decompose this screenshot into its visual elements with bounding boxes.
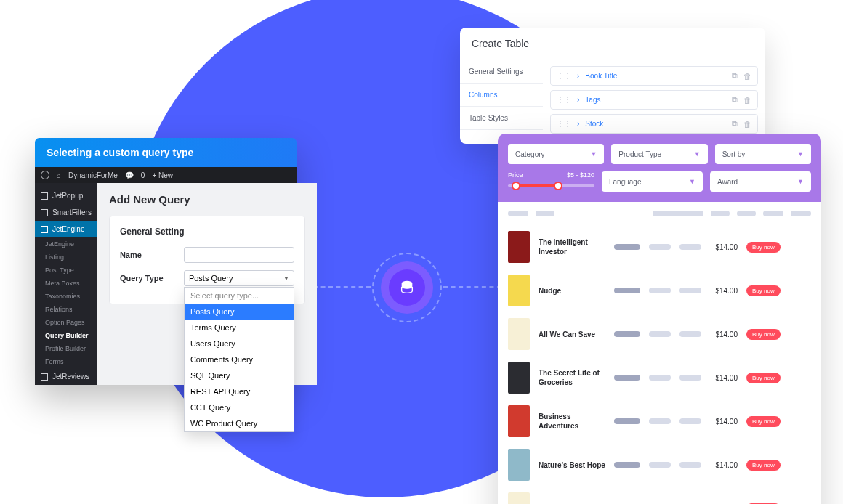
panel-banner: Selecting a custom query type (35, 138, 297, 167)
book-cover (508, 275, 530, 306)
copy-icon[interactable]: ⧉ (732, 95, 738, 105)
dropdown-option[interactable]: WC Product Query (185, 415, 294, 431)
sidebar-subitem[interactable]: Query Builder (35, 329, 97, 342)
book-title: The Secret Life of Groceries (539, 368, 605, 387)
book-cover (508, 231, 530, 263)
copy-icon[interactable]: ⧉ (732, 119, 738, 129)
filters-bar: Category▼ Product Type▼ Sort by▼ Price$5… (498, 134, 821, 202)
cell-placeholder (614, 418, 640, 424)
sidebar-subitem[interactable]: Taxonomies (35, 290, 97, 303)
sidebar-subitem[interactable]: Profile Builder (35, 342, 97, 355)
slider-handle-max[interactable] (554, 182, 562, 190)
sidebar-subitem[interactable]: Post Type (35, 264, 97, 277)
wordpress-logo-icon[interactable] (41, 171, 49, 179)
book-cover (508, 405, 530, 437)
category-select[interactable]: Category▼ (508, 144, 604, 164)
dropdown-option[interactable]: Terms Query (185, 320, 294, 336)
price: $14.00 (710, 287, 738, 295)
table-row: The Intelligent Investor$14.00Buy now (498, 225, 821, 269)
book-title: Nudge (539, 286, 605, 296)
sidebar-subitem[interactable]: Forms (35, 355, 97, 368)
price: $14.00 (710, 243, 738, 251)
query-type-select[interactable]: Posts Query ▼ (184, 270, 294, 286)
sidebar-subitem[interactable]: JetEngine (35, 237, 97, 251)
cell-placeholder (679, 288, 701, 293)
dropdown-option[interactable]: Posts Query (185, 304, 294, 320)
drag-handle-icon[interactable]: ⋮⋮ (557, 72, 571, 80)
sidebar-item-jetengine[interactable]: JetEngine (35, 221, 97, 237)
delete-icon[interactable]: 🗑 (743, 96, 751, 105)
award-select[interactable]: Award▼ (710, 171, 811, 192)
book-title: Nature's Best Hope (539, 460, 605, 470)
sidebar-item-jetpopup[interactable]: JetPopup (35, 187, 97, 204)
buy-now-button[interactable]: Buy now (746, 373, 781, 383)
plugin-icon (41, 373, 48, 381)
column-item[interactable]: ⋮⋮›Tags⧉🗑 (550, 90, 758, 110)
cell-placeholder (649, 244, 671, 250)
sidebar-item-jetreviews[interactable]: JetReviews (35, 368, 97, 385)
dropdown-option[interactable]: CCT Query (185, 399, 294, 415)
table-row: All We Can Save$14.00Buy now (498, 487, 821, 504)
cell-placeholder (614, 244, 640, 250)
tab-columns[interactable]: Columns (460, 84, 543, 107)
price: $14.00 (710, 461, 738, 469)
cell-placeholder (649, 288, 671, 293)
name-label: Name (120, 251, 184, 259)
site-name[interactable]: DynamicForMe (68, 171, 118, 179)
query-type-label: Query Type (120, 274, 184, 283)
cell-placeholder (649, 462, 671, 468)
book-cover (508, 318, 530, 350)
dropdown-option[interactable]: REST API Query (185, 383, 294, 399)
plugin-icon (41, 192, 48, 200)
buy-now-button[interactable]: Buy now (746, 416, 781, 427)
new-link[interactable]: + New (152, 171, 173, 179)
price-slider[interactable] (508, 182, 594, 190)
sidebar-subitem[interactable]: Relations (35, 303, 97, 316)
cell-placeholder (679, 462, 701, 468)
cell-placeholder (614, 288, 640, 293)
buy-now-button[interactable]: Buy now (746, 460, 781, 471)
tab-general-settings[interactable]: General Settings (460, 60, 543, 84)
sidebar-subitem[interactable]: Listing (35, 251, 97, 264)
dropdown-option[interactable]: Comments Query (185, 351, 294, 367)
drag-handle-icon[interactable]: ⋮⋮ (557, 96, 571, 104)
price-range-value: $5 - $120 (567, 171, 594, 179)
cell-placeholder (679, 418, 701, 424)
sort-by-select[interactable]: Sort by▼ (715, 144, 811, 164)
buy-now-button[interactable]: Buy now (746, 329, 781, 340)
drag-handle-icon[interactable]: ⋮⋮ (557, 120, 571, 128)
sidebar-subitem[interactable]: Option Pages (35, 316, 97, 329)
copy-icon[interactable]: ⧉ (732, 71, 738, 81)
name-input[interactable] (184, 247, 294, 263)
cell-placeholder (649, 331, 671, 337)
cell-placeholder (614, 331, 640, 337)
table-row: All We Can Save$14.00Buy now (498, 312, 821, 356)
create-table-tabs: General SettingsColumnsTable Styles (460, 60, 543, 144)
sidebar-item-smartfilters[interactable]: SmartFilters (35, 204, 97, 221)
home-icon[interactable]: ⌂ (57, 171, 61, 179)
plugin-icon (41, 226, 48, 233)
columns-list: ⋮⋮›Book Title⧉🗑⋮⋮›Tags⧉🗑⋮⋮›Stock⧉🗑 (543, 60, 765, 144)
chevron-down-icon: ▼ (689, 178, 695, 185)
comment-count[interactable]: 0 (141, 171, 145, 179)
dropdown-placeholder[interactable]: Select query type... (185, 288, 294, 304)
product-type-select[interactable]: Product Type▼ (611, 144, 707, 164)
book-cover (508, 449, 530, 481)
buy-now-button[interactable]: Buy now (746, 285, 781, 296)
slider-handle-min[interactable] (512, 182, 520, 190)
comment-icon[interactable]: 💬 (125, 171, 134, 179)
book-title: Business Adventures (539, 412, 605, 431)
column-item[interactable]: ⋮⋮›Book Title⧉🗑 (550, 66, 758, 86)
delete-icon[interactable]: 🗑 (743, 72, 751, 81)
card-title: General Setting (120, 227, 294, 237)
buy-now-button[interactable]: Buy now (746, 242, 781, 253)
sidebar-subitem[interactable]: Meta Boxes (35, 277, 97, 290)
tab-table-styles[interactable]: Table Styles (460, 107, 543, 130)
delete-icon[interactable]: 🗑 (743, 120, 751, 129)
cell-placeholder (679, 244, 701, 250)
dropdown-option[interactable]: SQL Query (185, 367, 294, 383)
column-item[interactable]: ⋮⋮›Stock⧉🗑 (550, 114, 758, 134)
chevron-right-icon: › (577, 120, 579, 128)
language-select[interactable]: Language▼ (602, 171, 703, 192)
dropdown-option[interactable]: Users Query (185, 336, 294, 351)
